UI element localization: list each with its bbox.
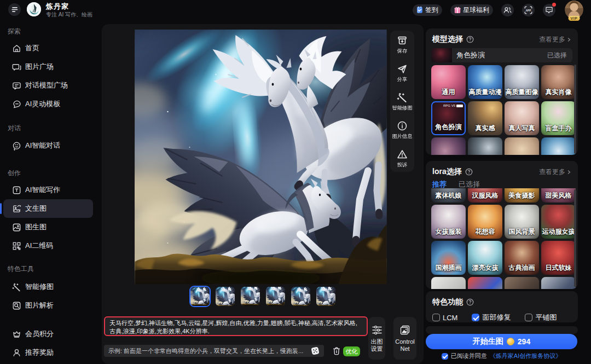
prompt-example[interactable]: 示例: 前面是一个非常自鸣得意的小兵，双臂交叉，坐在长凳上，慢跑装... bbox=[104, 345, 324, 357]
sidebar-section-label: 创作 bbox=[8, 169, 97, 177]
feature-checkbox[interactable] bbox=[432, 314, 440, 321]
lora-tile-3[interactable]: 美食摄影 bbox=[505, 188, 539, 203]
sidebar-item-label: 智能修图 bbox=[25, 282, 54, 292]
vip-badge: VIP bbox=[569, 16, 580, 21]
toolbar-share-button[interactable]: 分享 bbox=[397, 63, 408, 83]
model-tile-1[interactable]: 通用 bbox=[431, 65, 466, 99]
model-tile-2[interactable]: 高质量动漫 bbox=[468, 65, 502, 99]
toolbar-wand-button[interactable]: 智能修图 bbox=[391, 92, 413, 112]
lora-tile-8[interactable]: 运动服女孩 bbox=[541, 205, 576, 239]
lora-grid-scrollbar[interactable] bbox=[574, 189, 576, 287]
sidebar-item-referral[interactable]: 推荐奖励 bbox=[3, 343, 93, 362]
model-tile-8[interactable]: 盲盒手办 bbox=[541, 101, 576, 135]
lora-tile-13[interactable] bbox=[431, 277, 466, 289]
lora-tile-15[interactable] bbox=[505, 277, 539, 289]
output-settings-button[interactable]: 出图 设置 bbox=[368, 317, 385, 360]
lora-tile-5[interactable]: 女孩服装 bbox=[431, 205, 466, 239]
random-dice-icon[interactable] bbox=[311, 346, 320, 355]
result-thumbnail-4[interactable] bbox=[265, 286, 286, 307]
planet-welfare-button[interactable]: 星球福利 bbox=[450, 4, 493, 16]
sidebar-item-qrcode[interactable]: AI二维码 bbox=[3, 236, 93, 255]
app-logo[interactable] bbox=[27, 2, 41, 16]
model-grid-scrollbar[interactable] bbox=[574, 65, 576, 154]
result-thumbnail-6[interactable] bbox=[315, 286, 337, 307]
agreement-checkbox[interactable] bbox=[442, 353, 448, 360]
model-tile-5[interactable]: RPG V5角色扮演 bbox=[431, 101, 466, 135]
lora-view-more[interactable]: 查看更多 bbox=[539, 167, 571, 177]
lora-tile-10[interactable]: 漂亮女孩 bbox=[468, 241, 502, 275]
generate-button[interactable]: 开始生图 294 bbox=[426, 334, 577, 349]
sidebar-item-chat-plaza[interactable]: 对话模型广场 bbox=[3, 76, 93, 95]
model-tile-10[interactable] bbox=[468, 137, 502, 155]
model-help-icon[interactable] bbox=[466, 36, 474, 43]
feature-checkbox[interactable] bbox=[525, 314, 532, 321]
lora-tile-4[interactable]: 甜美风格 bbox=[541, 188, 576, 203]
clear-prompt-trash-icon[interactable] bbox=[332, 346, 341, 356]
sidebar-item-label: 文生图 bbox=[25, 204, 47, 213]
chat-plaza-icon bbox=[12, 81, 21, 90]
toolbar-report-button[interactable]: 投诉 bbox=[397, 149, 408, 169]
result-thumbnail-5[interactable] bbox=[290, 286, 311, 307]
model-view-more[interactable]: 查看更多 bbox=[539, 35, 571, 44]
feature-option-平铺图[interactable]: 平铺图 bbox=[525, 313, 557, 322]
text2img-icon bbox=[12, 204, 21, 213]
community-button[interactable] bbox=[501, 4, 514, 16]
feature-checkbox[interactable] bbox=[472, 314, 479, 321]
model-tile-3[interactable]: 高质量图像 bbox=[505, 65, 539, 99]
toolbar-info-button[interactable]: 图片信息 bbox=[391, 120, 413, 140]
model-grid: 通用高质量动漫高质量图像真实肖像RPG V5角色扮演真实感真人写真盲盒手办 bbox=[426, 65, 578, 155]
menu-button[interactable] bbox=[8, 3, 21, 16]
sidebar-item-crown[interactable]: 会员积分 bbox=[3, 325, 93, 343]
lora-tile-7[interactable]: 国风背景 bbox=[505, 205, 539, 239]
result-thumbnail-1[interactable] bbox=[189, 286, 211, 307]
sidebar-item-img2img[interactable]: 图生图 bbox=[3, 218, 93, 236]
lora-tile-2[interactable]: 汉服风格 bbox=[468, 188, 502, 203]
feature-label: 平铺图 bbox=[535, 313, 557, 322]
home-icon bbox=[12, 44, 21, 53]
lora-tile-1[interactable]: 素体机娘 bbox=[431, 188, 466, 203]
toolbar-label: 图片信息 bbox=[392, 133, 413, 140]
toolbar-save-button[interactable]: 保存 bbox=[397, 35, 408, 55]
prompt-textarea[interactable]: 天马行空,梦幻,神话生物,飞马,云端,星河,辉煌,自由,优雅,力量,翅膀,鬃毛,… bbox=[104, 316, 368, 336]
checkin-button[interactable]: 签到 bbox=[413, 4, 442, 16]
model-tile-6[interactable]: 真实感 bbox=[468, 101, 502, 135]
lora-tile-12[interactable]: 日式软妹 bbox=[541, 241, 576, 275]
lora-tile-label: 运动服女孩 bbox=[541, 227, 576, 236]
sidebar-section-label: 探索 bbox=[8, 27, 97, 36]
sidebar-item-template[interactable]: AI灵动模板 bbox=[3, 95, 93, 113]
model-tile-12[interactable] bbox=[541, 137, 576, 155]
sidebar-item-retouch[interactable]: 智能修图 bbox=[3, 278, 93, 296]
agreement-link[interactable]: 《炼丹家AI创作服务协议》 bbox=[490, 352, 561, 360]
toolbar-label: 智能修图 bbox=[392, 105, 413, 112]
sidebar-item-home[interactable]: 首页 bbox=[3, 39, 93, 57]
feature-option-面部修复[interactable]: 面部修复 bbox=[472, 313, 511, 322]
model-tile-11[interactable] bbox=[505, 137, 539, 155]
lora-tile-label: 古典油画 bbox=[505, 263, 539, 273]
sidebar-item-ai-chat[interactable]: AI智能对话 bbox=[3, 136, 93, 155]
result-thumbnail-2[interactable] bbox=[215, 286, 236, 307]
model-tile-9[interactable] bbox=[431, 137, 466, 155]
lora-tile-16[interactable] bbox=[541, 277, 576, 289]
sidebar-item-gallery[interactable]: 图片广场 bbox=[3, 57, 93, 76]
messages-button[interactable] bbox=[543, 4, 555, 16]
feature-option-LCM[interactable]: LCM bbox=[432, 314, 457, 322]
app-download-button[interactable]: APP bbox=[522, 4, 535, 16]
lora-help-icon[interactable] bbox=[465, 168, 473, 176]
result-thumbnail-3[interactable] bbox=[240, 286, 261, 307]
sidebar-item-writing[interactable]: AI智能写作 bbox=[3, 181, 93, 199]
lora-tile-14[interactable] bbox=[468, 277, 502, 289]
model-tile-4[interactable]: 真实肖像 bbox=[541, 65, 576, 99]
controlnet-button[interactable]: Control Net bbox=[393, 317, 416, 360]
generated-image[interactable] bbox=[135, 30, 387, 284]
lora-tile-6[interactable]: 花想容 bbox=[468, 205, 502, 239]
user-avatar[interactable]: VIP bbox=[565, 1, 583, 19]
lora-tile-9[interactable]: 国潮插画 bbox=[431, 241, 466, 275]
optimize-button[interactable]: 优化 bbox=[343, 346, 360, 356]
model-tile-7[interactable]: 真人写真 bbox=[505, 101, 539, 135]
sidebar-item-analyze[interactable]: 图片解析 bbox=[3, 296, 93, 315]
features-help-icon[interactable] bbox=[466, 298, 474, 306]
sidebar-section-chat: 对话AI智能对话 bbox=[0, 124, 97, 155]
selected-model-row[interactable]: 角色扮演 已选择 bbox=[431, 48, 572, 62]
lora-tile-11[interactable]: 古典油画 bbox=[505, 241, 539, 275]
sidebar-item-text2img[interactable]: 文生图 bbox=[3, 199, 93, 218]
